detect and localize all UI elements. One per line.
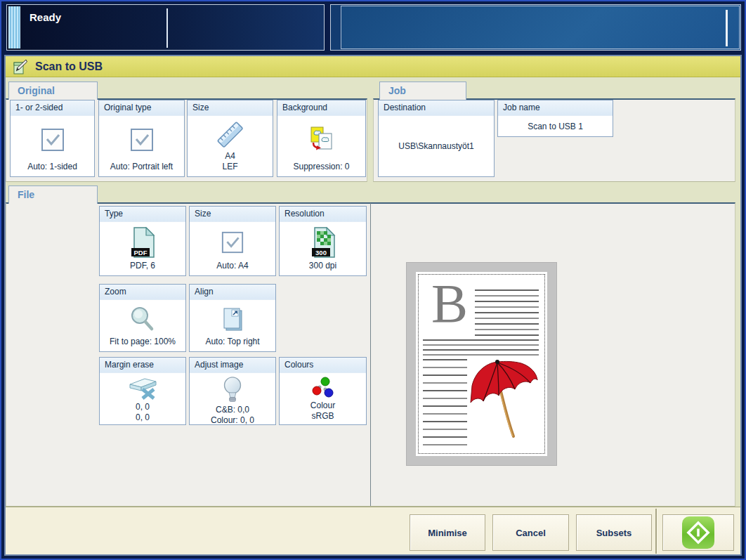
resolution-300-icon: 300 [310,224,336,261]
eraser-icon [127,375,158,402]
pdf-file-icon: PDF [130,224,155,261]
card-adjust-image[interactable]: Adjust image C&B: 0,0Colour: 0, 0 [189,357,276,425]
card-caption: Suppression: 0 [293,162,349,172]
tab-job: Job [379,82,466,100]
card-header: Zoom [100,285,185,300]
card-header: Destination [379,100,494,116]
card-caption: 0, 00, 0 [136,402,150,423]
background-suppression-icon [308,118,336,162]
card-header: Job name [498,100,613,116]
checkbox-icon [220,224,245,261]
tab-original: Original [8,82,98,100]
card-job-name[interactable]: Job name Scan to USB 1 [497,100,613,137]
status-stripe [8,6,20,48]
card-file-size[interactable]: Size Auto: A4 [189,206,276,276]
card-align[interactable]: Align Auto: Top right [189,284,276,352]
card-header: Background [277,100,365,116]
page-title: Scan to USB [35,60,103,73]
card-header: Margin erase [100,358,185,373]
start-button[interactable] [662,514,734,551]
card-header: Size [190,207,275,222]
ruler-icon [216,118,245,151]
destination-value: USB\Skannaustyöt1 [398,141,473,151]
title-bar: Scan to USB [6,56,740,77]
card-header: Size [188,100,273,116]
card-header: Align [190,285,275,300]
card-header: 1- or 2-sided [11,100,94,116]
cancel-button[interactable]: Cancel [492,514,569,551]
scanner-screen: Ready Scan to USB Original 1- or 2-sided [0,0,746,560]
status-ready-label: Ready [30,11,61,23]
card-original-type[interactable]: Original type Auto: Portrait left [98,100,185,177]
subsets-button[interactable]: Subsets [576,514,652,551]
svg-text:B: B [431,273,468,334]
preview-illustration: B [416,272,547,456]
card-1-or-2-sided[interactable]: 1- or 2-sided Auto: 1-sided [10,100,95,177]
card-caption: C&B: 0,0Colour: 0, 0 [211,405,254,426]
card-margin-erase[interactable]: Margin erase 0, 00, 0 [99,357,186,425]
card-caption: Auto: Portrait left [110,162,173,172]
card-original-size[interactable]: Size A4LEF [187,100,273,177]
status-panel-right [330,4,741,51]
card-resolution[interactable]: Resolution 300 [279,206,367,276]
card-header: Colours [280,358,366,373]
card-caption: ColoursRGB [310,401,335,422]
card-caption: PDF, 6 [130,261,155,271]
card-destination[interactable]: Destination USB\Skannaustyöt1 [378,100,495,177]
card-caption: Auto: A4 [216,261,248,271]
card-zoom[interactable]: Zoom Fit to page: 100% [99,284,186,352]
card-caption: A4LEF [222,151,237,172]
rgb-dots-icon [309,375,337,401]
card-colours[interactable]: Colours ColoursRGB [279,357,367,425]
footer-separator [655,509,657,554]
checkbox-icon [129,118,155,162]
status-panel-right-inner [341,6,740,49]
card-header: Resolution [280,207,366,222]
checkbox-icon [39,118,66,162]
preview-page: B [416,272,547,456]
card-caption: Auto: Top right [205,337,259,347]
job-name-value: Scan to USB 1 [528,122,583,131]
lightbulb-icon [220,375,245,405]
card-caption: Fit to page: 100% [110,337,176,347]
card-header: Adjust image [190,358,275,373]
svg-text:PDF: PDF [134,249,148,256]
scan-preview: B [406,262,557,466]
card-header: Original type [99,100,184,116]
card-caption: 300 dpi [309,261,336,271]
note-pen-icon [13,58,28,75]
status-marker [726,10,728,46]
start-diamond-icon [682,516,714,549]
card-file-type[interactable]: Type PDF PDF, 6 [99,206,186,276]
magnifier-icon [129,302,157,337]
umbrella-illustration [471,360,537,436]
tab-file: File [8,185,98,204]
align-top-right-icon [218,302,247,337]
svg-text:300: 300 [315,249,327,256]
status-panel-left: Ready [6,4,325,51]
status-divider [166,8,168,48]
card-background[interactable]: Background Suppression: 0 [277,100,366,177]
card-header: Type [100,207,185,222]
file-section-divider [370,203,371,506]
minimise-button[interactable]: Minimise [410,514,485,551]
card-caption: Auto: 1-sided [27,162,77,172]
